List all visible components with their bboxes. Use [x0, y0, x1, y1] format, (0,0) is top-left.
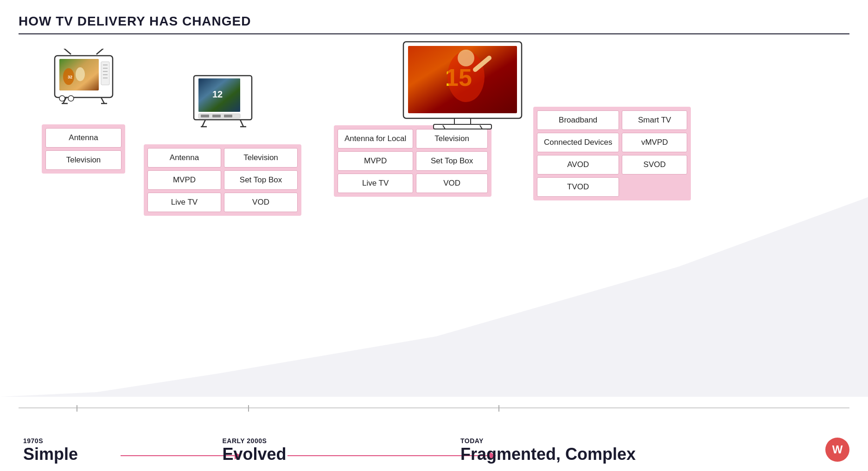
svg-line-17 — [101, 97, 104, 103]
era-labels: 1970s Simple EARLY 2000s Evolved TODAY F… — [19, 437, 849, 464]
svg-point-14 — [59, 96, 65, 101]
boxes-1970s: Antenna Television — [42, 124, 125, 174]
tv-today-illustration: 15 — [399, 39, 529, 134]
svg-point-38 — [458, 50, 474, 66]
box-mvpd-today: MVPD — [338, 151, 413, 171]
box-settopbox-2000: Set Top Box — [224, 170, 298, 190]
box-livetv-today: Live TV — [338, 174, 413, 193]
box-antenna-1970: Antenna — [45, 128, 121, 148]
era-2000s: 12 Antenna Television MVPD Set Top Box L… — [134, 72, 311, 216]
title-divider — [19, 33, 849, 34]
svg-line-29 — [202, 120, 205, 127]
era-today-left: Antenna for Local Television MVPD Set To… — [325, 125, 501, 197]
era-today-right: Broadband Smart TV Connected Devices vMV… — [510, 107, 714, 200]
box-svod: SVOD — [622, 155, 687, 174]
box-connected-devices: Connected Devices — [537, 133, 619, 152]
box-vmvpd: vMVPD — [622, 133, 687, 152]
box-mvpd-2000: MVPD — [147, 170, 221, 190]
era-name-1970s: Simple — [23, 445, 78, 464]
svg-line-30 — [240, 120, 243, 127]
era-period-today: TODAY — [460, 437, 484, 445]
box-tvod: TVOD — [537, 177, 619, 197]
svg-point-7 — [76, 67, 85, 81]
svg-rect-28 — [224, 115, 232, 117]
slope-background — [0, 174, 868, 406]
page-container: HOW TV DELIVERY HAS CHANGED — [0, 0, 868, 471]
box-avod: AVOD — [537, 155, 619, 174]
era-label-1970s: 1970s Simple — [19, 437, 218, 464]
timeline-line — [19, 407, 849, 408]
era-label-today: TODAY Fragmented, Complex — [456, 437, 849, 464]
svg-rect-41 — [434, 124, 491, 129]
box-television-2000: Television — [224, 148, 298, 168]
tick-2000s — [248, 405, 249, 412]
tick-1970s — [77, 405, 77, 412]
era-name-2000s: Evolved — [223, 445, 287, 464]
w-logo: W — [825, 438, 849, 462]
box-smarttv: Smart TV — [622, 110, 687, 130]
box-broadband: Broadband — [537, 110, 619, 130]
tick-today — [498, 405, 499, 412]
svg-marker-0 — [0, 197, 868, 397]
box-vod-2000: VOD — [224, 193, 298, 212]
svg-point-15 — [68, 96, 74, 101]
svg-text:12: 12 — [212, 89, 223, 99]
svg-line-1 — [62, 49, 71, 54]
svg-line-2 — [96, 49, 106, 54]
box-antenna-2000: Antenna — [147, 148, 221, 168]
svg-rect-26 — [201, 115, 209, 117]
box-vod-today: VOD — [416, 174, 488, 193]
svg-text:32: 32 — [68, 75, 72, 79]
svg-rect-27 — [212, 115, 221, 117]
tv-1970s-illustration: 32 — [45, 49, 122, 116]
page-title: HOW TV DELIVERY HAS CHANGED — [19, 14, 849, 29]
era-1970s: 32 Antenna Television — [19, 49, 148, 174]
box-livetv-2000: Live TV — [147, 193, 221, 212]
box-settopbox-today: Set Top Box — [416, 151, 488, 171]
tv-2000s-illustration: 12 — [187, 72, 259, 136]
boxes-2000s: Antenna Television MVPD Set Top Box Live… — [144, 144, 301, 216]
era-name-today: Fragmented, Complex — [460, 445, 636, 464]
era-label-2000s: EARLY 2000s Evolved — [218, 437, 456, 464]
boxes-today-left: Antenna for Local Television MVPD Set To… — [334, 125, 491, 197]
box-television-1970: Television — [45, 150, 121, 170]
boxes-today-right: Broadband Smart TV Connected Devices vMV… — [533, 107, 691, 200]
era-period-2000s: EARLY 2000s — [223, 437, 267, 445]
era-period-1970s: 1970s — [23, 437, 43, 445]
